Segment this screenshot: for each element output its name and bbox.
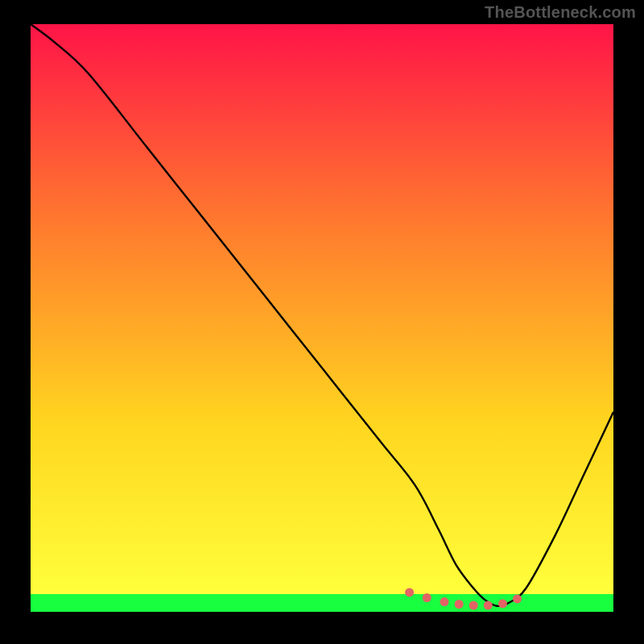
marker-dot (405, 588, 414, 597)
marker-dot (469, 601, 478, 610)
watermark-text: TheBottleneck.com (485, 3, 636, 22)
bottleneck-chart (0, 0, 644, 644)
marker-dot (513, 594, 522, 603)
chart-canvas: TheBottleneck.com (0, 0, 644, 644)
marker-dot (440, 597, 449, 606)
green-band (31, 594, 613, 612)
marker-dot (423, 593, 431, 602)
marker-dot (455, 600, 464, 609)
marker-dot (498, 599, 507, 608)
marker-dot (484, 601, 493, 610)
